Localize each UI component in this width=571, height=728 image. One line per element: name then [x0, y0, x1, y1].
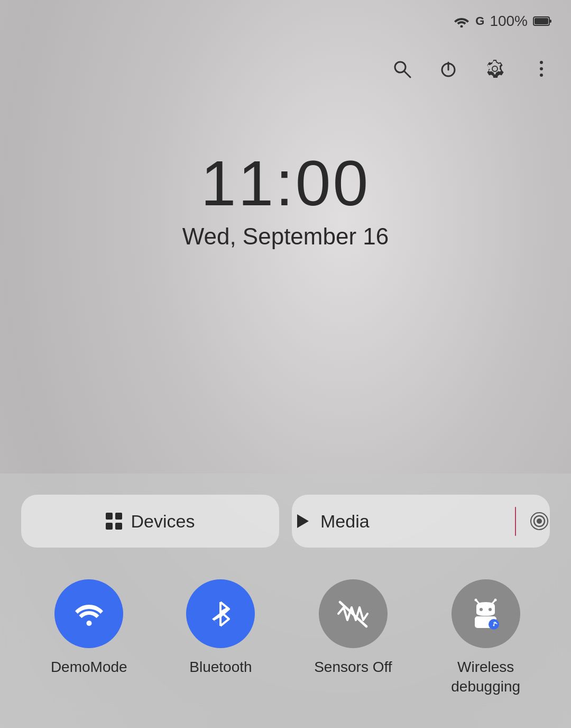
- media-button[interactable]: Media: [292, 495, 550, 548]
- demomode-label: DemoMode: [51, 658, 127, 677]
- clock-time: 11:00: [201, 148, 370, 218]
- play-icon: [292, 511, 312, 531]
- media-label: Media: [320, 511, 370, 532]
- toggle-sensors[interactable]: Sensors Off: [314, 579, 392, 677]
- clock-area: 11:00 Wed, September 16: [0, 148, 571, 250]
- signal-label: G: [475, 14, 484, 28]
- svg-point-19: [475, 598, 477, 601]
- svg-line-5: [404, 71, 410, 77]
- bottom-panel: Devices Media: [0, 474, 571, 728]
- search-icon[interactable]: [391, 58, 412, 79]
- svg-point-26: [493, 624, 495, 626]
- demomode-circle: [54, 579, 123, 648]
- status-bar: G 100%: [0, 0, 571, 42]
- bluetooth-label: Bluetooth: [189, 658, 252, 677]
- settings-icon[interactable]: [484, 58, 505, 79]
- sensors-circle: [319, 579, 388, 648]
- svg-point-0: [461, 25, 463, 28]
- svg-point-24: [489, 608, 492, 611]
- toggle-wireless-debug[interactable]: Wirelessdebugging: [451, 579, 520, 696]
- toggle-bluetooth[interactable]: Bluetooth: [186, 579, 255, 677]
- svg-point-8: [540, 61, 543, 64]
- action-bar: [0, 48, 571, 90]
- wireless-debug-circle: [452, 579, 520, 648]
- quick-buttons-row: Devices Media: [21, 495, 550, 548]
- svg-point-15: [86, 621, 91, 626]
- svg-point-21: [494, 598, 497, 601]
- toggle-row: DemoMode Bluetooth: [21, 579, 550, 696]
- sensors-label: Sensors Off: [314, 658, 392, 677]
- media-btn-inner: Media: [292, 511, 502, 532]
- media-divider: [515, 507, 516, 536]
- bluetooth-circle: [186, 579, 255, 648]
- battery-percent: 100%: [490, 13, 528, 30]
- toggle-demomode[interactable]: DemoMode: [51, 579, 127, 677]
- devices-label: Devices: [131, 511, 195, 532]
- power-icon[interactable]: [438, 58, 459, 79]
- wifi-status-icon: [453, 15, 470, 28]
- svg-marker-11: [297, 514, 309, 528]
- svg-rect-2: [535, 18, 548, 24]
- battery-icon: [533, 15, 552, 28]
- svg-point-10: [540, 74, 543, 77]
- devices-grid-icon: [106, 513, 123, 530]
- svg-point-23: [480, 608, 483, 611]
- svg-rect-3: [549, 20, 551, 23]
- svg-point-9: [540, 67, 543, 70]
- clock-date: Wed, September 16: [182, 223, 389, 250]
- more-options-icon[interactable]: [531, 58, 552, 79]
- devices-button[interactable]: Devices: [21, 495, 279, 548]
- output-icon: [529, 511, 550, 532]
- wireless-debug-label: Wirelessdebugging: [451, 658, 520, 696]
- svg-point-13: [537, 518, 542, 524]
